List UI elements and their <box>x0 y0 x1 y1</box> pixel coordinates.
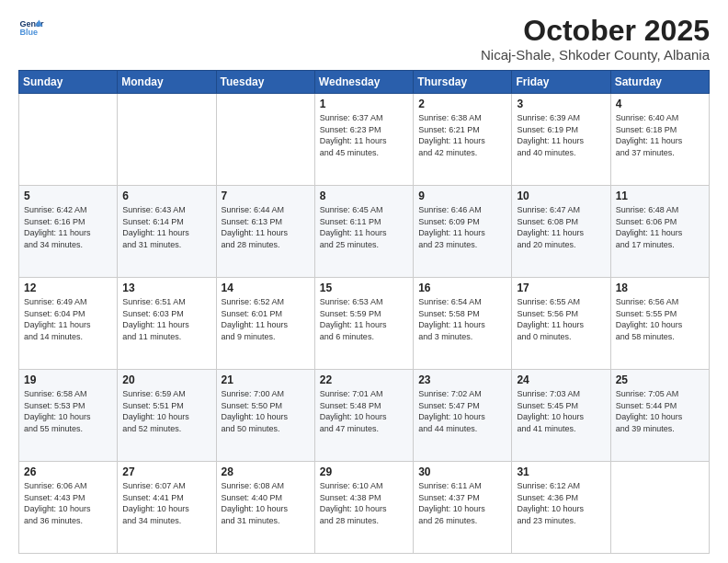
day-info: Sunrise: 6:52 AM Sunset: 6:01 PM Dayligh… <box>222 296 310 342</box>
day-info: Sunrise: 6:44 AM Sunset: 6:13 PM Dayligh… <box>222 204 310 250</box>
day-number: 21 <box>222 373 310 386</box>
calendar-cell <box>610 462 709 554</box>
day-info: Sunrise: 6:06 AM Sunset: 4:43 PM Dayligh… <box>24 480 112 526</box>
day-header-wednesday: Wednesday <box>314 71 413 94</box>
day-number: 15 <box>320 282 408 294</box>
calendar-cell <box>216 94 314 186</box>
day-number: 20 <box>122 373 210 386</box>
calendar-cell <box>118 94 216 186</box>
logo: General Blue <box>18 15 44 40</box>
calendar-header-row: SundayMondayTuesdayWednesdayThursdayFrid… <box>19 71 710 94</box>
calendar-cell: 9Sunrise: 6:46 AM Sunset: 6:09 PM Daylig… <box>414 186 512 278</box>
day-number: 7 <box>222 190 310 202</box>
day-number: 5 <box>24 190 112 202</box>
subtitle: Nicaj-Shale, Shkoder County, Albania <box>481 47 710 63</box>
day-info: Sunrise: 6:59 AM Sunset: 5:51 PM Dayligh… <box>122 388 210 434</box>
day-info: Sunrise: 6:10 AM Sunset: 4:38 PM Dayligh… <box>320 480 408 526</box>
calendar-cell: 29Sunrise: 6:10 AM Sunset: 4:38 PM Dayli… <box>314 462 413 554</box>
day-number: 30 <box>418 465 506 478</box>
day-number: 9 <box>418 190 506 202</box>
day-info: Sunrise: 7:01 AM Sunset: 5:48 PM Dayligh… <box>320 388 408 434</box>
calendar-cell: 5Sunrise: 6:42 AM Sunset: 6:16 PM Daylig… <box>19 186 118 278</box>
calendar-cell: 30Sunrise: 6:11 AM Sunset: 4:37 PM Dayli… <box>414 462 512 554</box>
calendar-cell: 31Sunrise: 6:12 AM Sunset: 4:36 PM Dayli… <box>512 462 610 554</box>
calendar-cell: 26Sunrise: 6:06 AM Sunset: 4:43 PM Dayli… <box>19 462 118 554</box>
day-number: 16 <box>418 282 506 294</box>
calendar-cell: 7Sunrise: 6:44 AM Sunset: 6:13 PM Daylig… <box>216 186 314 278</box>
calendar-cell: 8Sunrise: 6:45 AM Sunset: 6:11 PM Daylig… <box>314 186 413 278</box>
day-info: Sunrise: 6:40 AM Sunset: 6:18 PM Dayligh… <box>616 112 704 158</box>
day-number: 12 <box>24 282 112 294</box>
day-info: Sunrise: 7:03 AM Sunset: 5:45 PM Dayligh… <box>517 388 605 434</box>
calendar-cell: 21Sunrise: 7:00 AM Sunset: 5:50 PM Dayli… <box>216 370 314 462</box>
calendar-cell: 6Sunrise: 6:43 AM Sunset: 6:14 PM Daylig… <box>118 186 216 278</box>
day-info: Sunrise: 6:49 AM Sunset: 6:04 PM Dayligh… <box>24 296 112 342</box>
day-info: Sunrise: 6:07 AM Sunset: 4:41 PM Dayligh… <box>122 480 210 526</box>
day-number: 22 <box>320 373 408 386</box>
calendar-cell: 17Sunrise: 6:55 AM Sunset: 5:56 PM Dayli… <box>512 278 610 370</box>
calendar-week-2: 5Sunrise: 6:42 AM Sunset: 6:16 PM Daylig… <box>19 186 710 278</box>
calendar-cell <box>19 94 118 186</box>
header: General Blue October 2025 Nicaj-Shale, S… <box>18 15 710 63</box>
day-number: 29 <box>320 465 408 478</box>
logo-icon: General Blue <box>18 15 44 40</box>
calendar-cell: 10Sunrise: 6:47 AM Sunset: 6:08 PM Dayli… <box>512 186 610 278</box>
day-info: Sunrise: 7:02 AM Sunset: 5:47 PM Dayligh… <box>418 388 506 434</box>
day-header-friday: Friday <box>512 71 610 94</box>
calendar-cell: 13Sunrise: 6:51 AM Sunset: 6:03 PM Dayli… <box>118 278 216 370</box>
day-number: 19 <box>24 373 112 386</box>
calendar-cell: 22Sunrise: 7:01 AM Sunset: 5:48 PM Dayli… <box>314 370 413 462</box>
calendar-cell: 25Sunrise: 7:05 AM Sunset: 5:44 PM Dayli… <box>610 370 709 462</box>
day-number: 8 <box>320 190 408 202</box>
day-header-sunday: Sunday <box>19 71 118 94</box>
calendar-cell: 27Sunrise: 6:07 AM Sunset: 4:41 PM Dayli… <box>118 462 216 554</box>
day-info: Sunrise: 6:42 AM Sunset: 6:16 PM Dayligh… <box>24 204 112 250</box>
calendar-cell: 1Sunrise: 6:37 AM Sunset: 6:23 PM Daylig… <box>314 94 413 186</box>
calendar-week-5: 26Sunrise: 6:06 AM Sunset: 4:43 PM Dayli… <box>19 462 710 554</box>
calendar-cell: 19Sunrise: 6:58 AM Sunset: 5:53 PM Dayli… <box>19 370 118 462</box>
calendar-week-4: 19Sunrise: 6:58 AM Sunset: 5:53 PM Dayli… <box>19 370 710 462</box>
day-number: 26 <box>24 465 112 478</box>
calendar-cell: 14Sunrise: 6:52 AM Sunset: 6:01 PM Dayli… <box>216 278 314 370</box>
day-number: 31 <box>517 465 605 478</box>
calendar-cell: 20Sunrise: 6:59 AM Sunset: 5:51 PM Dayli… <box>118 370 216 462</box>
day-number: 25 <box>616 373 704 386</box>
day-info: Sunrise: 6:46 AM Sunset: 6:09 PM Dayligh… <box>418 204 506 250</box>
day-info: Sunrise: 6:37 AM Sunset: 6:23 PM Dayligh… <box>320 112 408 158</box>
day-header-monday: Monday <box>118 71 216 94</box>
day-number: 10 <box>517 190 605 202</box>
day-info: Sunrise: 6:47 AM Sunset: 6:08 PM Dayligh… <box>517 204 605 250</box>
day-info: Sunrise: 6:53 AM Sunset: 5:59 PM Dayligh… <box>320 296 408 342</box>
calendar-cell: 4Sunrise: 6:40 AM Sunset: 6:18 PM Daylig… <box>610 94 709 186</box>
calendar-cell: 16Sunrise: 6:54 AM Sunset: 5:58 PM Dayli… <box>414 278 512 370</box>
day-info: Sunrise: 6:48 AM Sunset: 6:06 PM Dayligh… <box>616 204 704 250</box>
calendar-cell: 24Sunrise: 7:03 AM Sunset: 5:45 PM Dayli… <box>512 370 610 462</box>
day-header-thursday: Thursday <box>414 71 512 94</box>
day-number: 1 <box>320 98 408 110</box>
day-info: Sunrise: 6:51 AM Sunset: 6:03 PM Dayligh… <box>122 296 210 342</box>
day-info: Sunrise: 6:45 AM Sunset: 6:11 PM Dayligh… <box>320 204 408 250</box>
day-info: Sunrise: 6:11 AM Sunset: 4:37 PM Dayligh… <box>418 480 506 526</box>
day-number: 17 <box>517 282 605 294</box>
day-info: Sunrise: 6:55 AM Sunset: 5:56 PM Dayligh… <box>517 296 605 342</box>
calendar-cell: 11Sunrise: 6:48 AM Sunset: 6:06 PM Dayli… <box>610 186 709 278</box>
day-info: Sunrise: 7:00 AM Sunset: 5:50 PM Dayligh… <box>222 388 310 434</box>
svg-text:Blue: Blue <box>19 28 38 37</box>
day-number: 3 <box>517 98 605 110</box>
day-number: 14 <box>222 282 310 294</box>
day-info: Sunrise: 6:56 AM Sunset: 5:55 PM Dayligh… <box>616 296 704 342</box>
day-number: 13 <box>122 282 210 294</box>
day-info: Sunrise: 6:12 AM Sunset: 4:36 PM Dayligh… <box>517 480 605 526</box>
day-header-saturday: Saturday <box>610 71 709 94</box>
day-number: 23 <box>418 373 506 386</box>
page: General Blue October 2025 Nicaj-Shale, S… <box>0 0 728 563</box>
day-number: 27 <box>122 465 210 478</box>
day-header-tuesday: Tuesday <box>216 71 314 94</box>
calendar-table: SundayMondayTuesdayWednesdayThursdayFrid… <box>18 70 710 554</box>
day-number: 24 <box>517 373 605 386</box>
calendar-cell: 28Sunrise: 6:08 AM Sunset: 4:40 PM Dayli… <box>216 462 314 554</box>
day-number: 18 <box>616 282 704 294</box>
calendar-cell: 2Sunrise: 6:38 AM Sunset: 6:21 PM Daylig… <box>414 94 512 186</box>
title-block: October 2025 Nicaj-Shale, Shkoder County… <box>481 15 710 63</box>
day-info: Sunrise: 7:05 AM Sunset: 5:44 PM Dayligh… <box>616 388 704 434</box>
